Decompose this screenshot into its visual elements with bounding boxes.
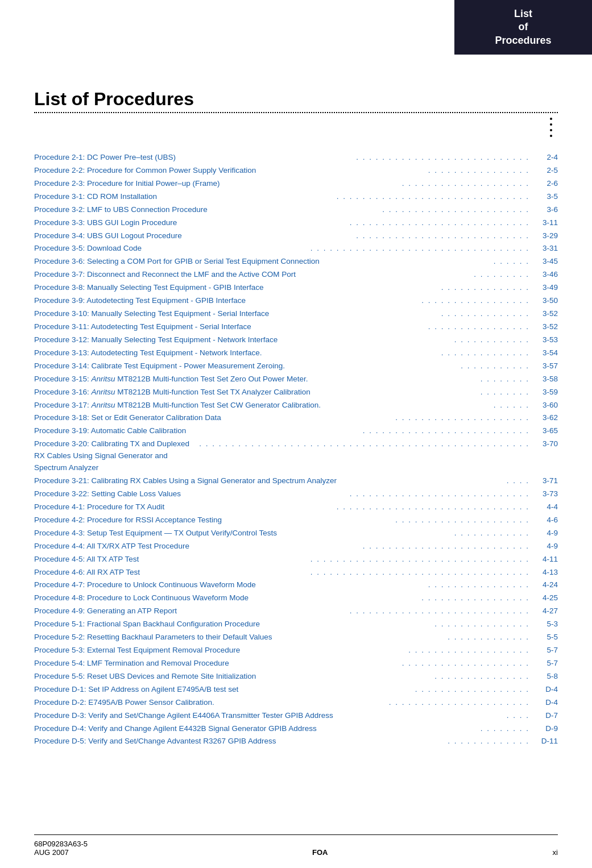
procedure-name: Procedure 4-2: Procedure for RSSI Accept… xyxy=(34,514,395,526)
list-item[interactable]: Procedure 3-6: Selecting a COM Port for … xyxy=(34,256,558,268)
procedure-name: Procedure 4-6: All RX ATP Test xyxy=(34,567,311,579)
procedure-name: Procedure 5-3: External Test Equipment R… xyxy=(34,645,408,657)
list-item[interactable]: Procedure D-3: Verify and Set/Change Agi… xyxy=(34,710,558,722)
procedure-page: 4-9 xyxy=(529,541,558,553)
procedure-name: Procedure 4-5: All TX ATP Test xyxy=(34,554,311,566)
procedure-page: 2-6 xyxy=(529,178,558,190)
procedure-dots: . . . . . . . . . . . . xyxy=(454,334,529,346)
list-item[interactable]: Procedure 4-3: Setup Test Equipment — TX… xyxy=(34,528,558,539)
procedure-dots: . . . . . . . . . xyxy=(474,269,529,281)
list-item[interactable]: Procedure 3-21: Calibrating RX Cables Us… xyxy=(34,475,558,487)
procedure-name: Procedure 3-13: Autodetecting Test Equip… xyxy=(34,347,441,359)
procedure-dots: . . . . . . . . . . . . . . . . . . . . … xyxy=(389,697,529,709)
list-item[interactable]: Procedure 4-6: All RX ATP Test. . . . . … xyxy=(34,567,558,579)
list-item[interactable]: Procedure 3-20: Calibrating TX and Duple… xyxy=(34,438,558,474)
list-item[interactable]: Procedure 4-5: All TX ATP Test. . . . . … xyxy=(34,554,558,566)
list-item[interactable]: Procedure 4-8: Procedure to Lock Continu… xyxy=(34,592,558,604)
procedure-page: 5-8 xyxy=(529,671,558,683)
procedure-dots: . . . . . . . . . . . . . . . . . . . . … xyxy=(363,425,529,437)
list-item[interactable]: Procedure 5-4: LMF Termination and Remov… xyxy=(34,658,558,670)
list-item[interactable]: Procedure 3-3: UBS GUI Login Procedure. … xyxy=(34,217,558,229)
procedure-dots: . . . . . . . . . . . . . . . . . . . . … xyxy=(356,152,529,164)
procedure-dots: . . . . . . . . . . . . . . xyxy=(441,308,529,320)
list-item[interactable]: Procedure 5-2: Resetting Backhaul Parame… xyxy=(34,632,558,643)
list-item[interactable]: Procedure 2-3: Procedure for Initial Pow… xyxy=(34,178,558,190)
list-item[interactable]: Procedure 4-1: Procedure for TX Audit. .… xyxy=(34,501,558,513)
procedure-name: Procedure 3-22: Setting Cable Loss Value… xyxy=(34,488,350,500)
procedure-name: Procedure 3-12: Manually Selecting Test … xyxy=(34,334,454,346)
list-item[interactable]: Procedure 3-10: Manually Selecting Test … xyxy=(34,308,558,320)
procedure-name: Procedure 3-4: UBS GUI Logout Procedure xyxy=(34,230,356,242)
procedure-page: 3-29 xyxy=(529,230,558,242)
list-item[interactable]: Procedure D-5: Verify and Set/Change Adv… xyxy=(34,736,558,747)
procedure-name: Procedure D-4: Verify and Change Agilent… xyxy=(34,723,481,735)
procedure-dots: . . . . . . . . . . . . . . . . . xyxy=(421,295,529,307)
list-item[interactable]: Procedure 4-9: Generating an ATP Report.… xyxy=(34,605,558,617)
procedure-page: 3-53 xyxy=(529,334,558,346)
procedure-page: 3-65 xyxy=(529,425,558,437)
procedure-page: 3-70 xyxy=(529,438,558,450)
procedure-name: Procedure 3-21: Calibrating RX Cables Us… xyxy=(34,475,507,487)
procedure-page: 3-71 xyxy=(529,475,558,487)
procedure-dots: . . . . . . . . . . . . . . . . . . . . … xyxy=(337,501,529,513)
list-item[interactable]: Procedure 2-2: Procedure for Common Powe… xyxy=(34,165,558,177)
procedure-name: Procedure 2-2: Procedure for Common Powe… xyxy=(34,165,428,177)
procedure-name: Procedure 4-4: All TX/RX ATP Test Proced… xyxy=(34,541,363,553)
procedure-page: 3-57 xyxy=(529,360,558,372)
list-item[interactable]: Procedure 3-7: Disconnect and Reconnect … xyxy=(34,269,558,281)
procedure-name: Procedure 4-3: Setup Test Equipment — TX… xyxy=(34,528,454,539)
procedure-dots: . . . . . . . . . . . . . . xyxy=(441,347,529,359)
procedure-name: Procedure 5-2: Resetting Backhaul Parame… xyxy=(34,632,448,643)
procedure-dots: . . . . . . . . . . . . . . . . xyxy=(428,321,529,333)
procedure-page: 4-27 xyxy=(529,605,558,617)
list-item[interactable]: Procedure D-4: Verify and Change Agilent… xyxy=(34,723,558,735)
list-item[interactable]: Procedure 3-13: Autodetecting Test Equip… xyxy=(34,347,558,359)
list-item[interactable]: Procedure 3-4: UBS GUI Logout Procedure.… xyxy=(34,230,558,242)
procedure-page: 5-7 xyxy=(529,645,558,657)
procedure-dots: . . . . . . . . . . . . . . . . . . . . … xyxy=(350,217,529,229)
list-item[interactable]: Procedure 3-9: Autodetecting Test Equipm… xyxy=(34,295,558,307)
list-item[interactable]: Procedure 3-16: Anritsu MT8212B Multi-fu… xyxy=(34,387,558,398)
list-item[interactable]: Procedure 3-17: Anritsu MT8212B Multi-fu… xyxy=(34,400,558,412)
procedure-name: Procedure 3-17: Anritsu MT8212B Multi-fu… xyxy=(34,400,494,412)
list-item[interactable]: Procedure 4-4: All TX/RX ATP Test Proced… xyxy=(34,541,558,553)
list-item[interactable]: Procedure 3-2: LMF to UBS Connection Pro… xyxy=(34,204,558,216)
list-item[interactable]: Procedure 3-15: Anritsu MT8212B Multi-fu… xyxy=(34,373,558,385)
list-item[interactable]: Procedure 3-12: Manually Selecting Test … xyxy=(34,334,558,346)
list-item[interactable]: Procedure 3-14: Calibrate Test Equipment… xyxy=(34,360,558,372)
procedure-page: D-4 xyxy=(529,697,558,709)
procedure-dots: . . . . . . . . xyxy=(481,723,529,735)
procedure-name: Procedure 3-10: Manually Selecting Test … xyxy=(34,308,441,320)
list-item[interactable]: Procedure 5-3: External Test Equipment R… xyxy=(34,645,558,657)
list-item[interactable]: Procedure 3-11: Autodetecting Test Equip… xyxy=(34,321,558,333)
list-item[interactable]: Procedure 4-7: Procedure to Unlock Conti… xyxy=(34,579,558,591)
procedure-name: Procedure 4-1: Procedure for TX Audit xyxy=(34,501,337,513)
list-item[interactable]: Procedure 3-8: Manually Selecting Test E… xyxy=(34,282,558,294)
list-item[interactable]: Procedure 3-22: Setting Cable Loss Value… xyxy=(34,488,558,500)
procedure-page: 3-31 xyxy=(529,243,558,255)
dot2 xyxy=(550,123,552,126)
list-item[interactable]: Procedure 5-1: Fractional Span Backhaul … xyxy=(34,618,558,630)
procedure-name: Procedure 3-6: Selecting a COM Port for … xyxy=(34,256,494,268)
dot1 xyxy=(550,118,552,120)
list-item[interactable]: Procedure 4-2: Procedure for RSSI Accept… xyxy=(34,514,558,526)
list-item[interactable]: Procedure 3-5: Download Code. . . . . . … xyxy=(34,243,558,255)
procedure-dots: . . . . . . . . . . . . . . . . . . xyxy=(415,684,529,696)
list-item[interactable]: Procedure 3-18: Set or Edit Generator Ca… xyxy=(34,412,558,424)
procedure-dots: . . . . xyxy=(507,710,529,722)
procedure-dots: . . . . . . . . . . . . . . . xyxy=(434,618,529,630)
procedure-dots: . . . . . . . . . . . . . . . . . . . . xyxy=(402,178,529,190)
procedure-page: 3-60 xyxy=(529,400,558,412)
list-item[interactable]: Procedure D-1: Set IP Address on Agilent… xyxy=(34,684,558,696)
procedure-name: Procedure D-1: Set IP Address on Agilent… xyxy=(34,684,415,696)
footer-page-number: xi xyxy=(553,848,558,857)
list-item[interactable]: Procedure D-2: E7495A/B Power Sensor Cal… xyxy=(34,697,558,709)
procedure-page: 3-5 xyxy=(529,191,558,203)
list-item[interactable]: Procedure 3-1: CD ROM Installation. . . … xyxy=(34,191,558,203)
procedure-name: Procedure 4-9: Generating an ATP Report xyxy=(34,605,350,617)
page-title: List of Procedures xyxy=(34,89,558,110)
list-item[interactable]: Procedure 2-1: DC Power Pre–test (UBS). … xyxy=(34,152,558,164)
list-item[interactable]: Procedure 3-19: Automatic Cable Calibrat… xyxy=(34,425,558,437)
list-item[interactable]: Procedure 5-5: Reset UBS Devices and Rem… xyxy=(34,671,558,683)
procedure-dots: . . . . . . . . . . . . . . xyxy=(441,282,529,294)
